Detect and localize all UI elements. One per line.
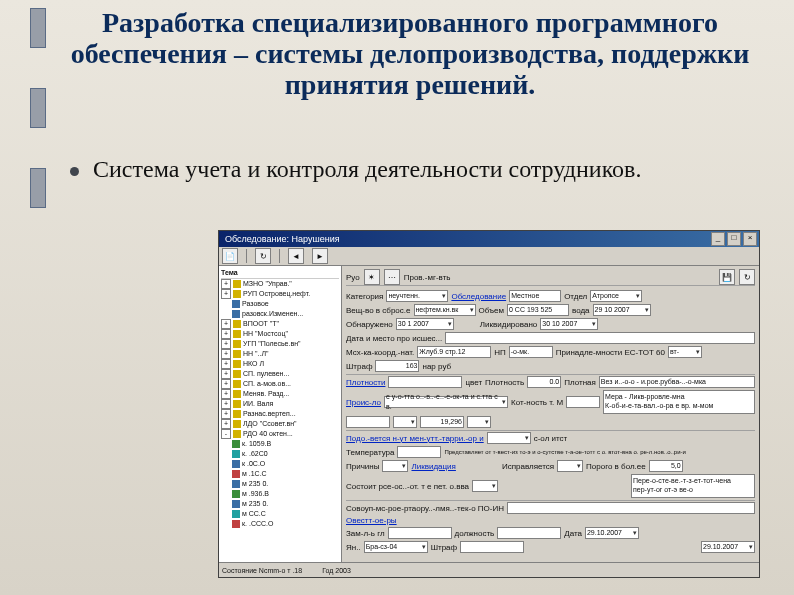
- tree-item[interactable]: -РДО 40 октен...: [221, 429, 339, 439]
- tree-node-icon: [233, 330, 241, 338]
- close-button[interactable]: ×: [743, 232, 757, 246]
- form-tb-refresh-icon[interactable]: ↻: [739, 269, 755, 285]
- input-num1[interactable]: [346, 416, 390, 428]
- link-plotnost[interactable]: Плотности: [346, 378, 385, 387]
- input-plotnaya[interactable]: Вез и..-о-о - и.рое.рубва-..-о-мка: [599, 376, 755, 388]
- tree-expand-icon[interactable]: +: [221, 339, 231, 349]
- link-podtovar[interactable]: Подо.-вется н-ут мен-утт.-тарри.-ор и: [346, 434, 484, 443]
- tree-item[interactable]: м 235 0.: [221, 479, 339, 489]
- input-data-mesto[interactable]: [445, 332, 755, 344]
- select-likvid-date[interactable]: 30 10 2007: [540, 318, 598, 330]
- tree-expand-icon[interactable]: +: [221, 389, 231, 399]
- app-titlebar[interactable]: Обследование: Нарушения _ □ ×: [219, 231, 759, 247]
- label-zamlus: Зам-л-ь гл: [346, 529, 385, 538]
- select-yan[interactable]: Бра-cз-04: [364, 541, 428, 553]
- select-num2[interactable]: [467, 416, 491, 428]
- tree-item[interactable]: +МЗНО "Управ.": [221, 279, 339, 289]
- select-prichiny[interactable]: [382, 460, 408, 472]
- tree-node-icon: [233, 350, 241, 358]
- input-plotnost[interactable]: [388, 376, 462, 388]
- input-obsled[interactable]: Местное: [509, 290, 561, 302]
- input-kotnost[interactable]: [566, 396, 600, 408]
- select-num1[interactable]: [393, 416, 417, 428]
- tree-item[interactable]: м .936.В: [221, 489, 339, 499]
- input-tempera[interactable]: [397, 446, 441, 458]
- select-obnaruzheno-date[interactable]: 30 1 2007: [396, 318, 454, 330]
- tree-expand-icon[interactable]: +: [221, 349, 231, 359]
- tree-item[interactable]: +ИИ. Валя: [221, 399, 339, 409]
- link-ovsetst[interactable]: Овестт-ое-ры: [346, 516, 397, 525]
- maximize-button[interactable]: □: [727, 232, 741, 246]
- tree-item[interactable]: к. .62С0: [221, 449, 339, 459]
- tree-item[interactable]: м 235 0.: [221, 499, 339, 509]
- tree-expand-icon[interactable]: +: [221, 419, 231, 429]
- tree-item[interactable]: +СП. пулевен...: [221, 369, 339, 379]
- tree-expand-icon[interactable]: +: [221, 319, 231, 329]
- link-obsledovanie[interactable]: Обследование: [451, 292, 506, 301]
- tree-item[interactable]: +НН "..Л": [221, 349, 339, 359]
- input-plotnost2[interactable]: 0.0: [527, 376, 561, 388]
- input-zamlus[interactable]: [388, 527, 452, 539]
- tree-item[interactable]: разовск.Изменен...: [221, 309, 339, 319]
- tree-node-icon: [232, 520, 240, 528]
- minimize-button[interactable]: _: [711, 232, 725, 246]
- select-podtovar[interactable]: [487, 432, 531, 444]
- input-np[interactable]: -о-мк.: [509, 346, 553, 358]
- tree-item[interactable]: +ЛДО "Ссовет.вн": [221, 419, 339, 429]
- form-tb-icon1[interactable]: ✶: [364, 269, 380, 285]
- toolbar-next-icon[interactable]: ►: [312, 248, 328, 264]
- tree-item[interactable]: +УГП "Полесье.вн": [221, 339, 339, 349]
- select-ispr[interactable]: [557, 460, 583, 472]
- tree-item[interactable]: к .0С.О: [221, 459, 339, 469]
- toolbar-refresh-icon[interactable]: ↻: [255, 248, 271, 264]
- input-koord[interactable]: Жлуб.9 стр.12: [417, 346, 491, 358]
- tree-expand-icon[interactable]: +: [221, 289, 231, 299]
- tree-expand-icon[interactable]: +: [221, 329, 231, 339]
- tree-item[interactable]: +Разнас.вертеп...: [221, 409, 339, 419]
- input-covey[interactable]: [507, 502, 755, 514]
- select-voda-date[interactable]: 29 10 2007: [593, 304, 651, 316]
- link-proishozh[interactable]: Проис-ло: [346, 398, 381, 407]
- input-shtraf[interactable]: 163: [375, 360, 419, 372]
- tree-expand-icon[interactable]: +: [221, 279, 231, 289]
- tree-expand-icon[interactable]: +: [221, 369, 231, 379]
- input-shtraf2[interactable]: [460, 541, 524, 553]
- tree-item[interactable]: к. 1059.В: [221, 439, 339, 449]
- tree-panel[interactable]: Тема +МЗНО "Управ."+РУП Островец.нефт.Ра…: [219, 266, 342, 562]
- toolbar-prev-icon[interactable]: ◄: [288, 248, 304, 264]
- tree-item[interactable]: +Меняв. Разд...: [221, 389, 339, 399]
- input-porog[interactable]: 5,0: [649, 460, 683, 472]
- tree-item[interactable]: +НКО Л: [221, 359, 339, 369]
- status-left: Состояние Ncmm-о т .18: [222, 567, 302, 574]
- tree-expand-icon[interactable]: +: [221, 359, 231, 369]
- select-proishozh[interactable]: е у-о-тта о..-в..-е..-е-ок-та и с.тта с …: [384, 396, 508, 408]
- link-likv[interactable]: Ликвидация: [411, 462, 455, 471]
- tree-item[interactable]: +ВПООТ "Т": [221, 319, 339, 329]
- tree-expand-icon[interactable]: -: [221, 429, 231, 439]
- tree-node-icon: [233, 400, 241, 408]
- select-prinad[interactable]: вт-: [668, 346, 702, 358]
- tree-expand-icon[interactable]: +: [221, 399, 231, 409]
- tree-item[interactable]: +СП. а-мов.ов...: [221, 379, 339, 389]
- toolbar-file-icon[interactable]: 📄: [222, 248, 238, 264]
- tree-item[interactable]: м .1С.С: [221, 469, 339, 479]
- select-sostoit[interactable]: [472, 480, 498, 492]
- select-veshchestvo[interactable]: нефтем.кн.вк: [414, 304, 476, 316]
- input-num2[interactable]: 19,296: [420, 416, 464, 428]
- tree-item[interactable]: Разовое: [221, 299, 339, 309]
- tree-item[interactable]: к. .ССС.О: [221, 519, 339, 529]
- select-otdel[interactable]: Атропсе: [590, 290, 642, 302]
- tree-expand-icon[interactable]: +: [221, 379, 231, 389]
- tree-item[interactable]: +НН "Мостсоц": [221, 329, 339, 339]
- input-dolzhnost[interactable]: [497, 527, 561, 539]
- select-date-bottom2[interactable]: 29.10.2007: [701, 541, 755, 553]
- tree-item[interactable]: +РУП Островец.нефт.: [221, 289, 339, 299]
- tree-item[interactable]: м СС.С: [221, 509, 339, 519]
- form-tb-save-icon[interactable]: 💾: [719, 269, 735, 285]
- form-tb-icon2[interactable]: ⋯: [384, 269, 400, 285]
- tree-node-icon: [232, 440, 240, 448]
- tree-expand-icon[interactable]: +: [221, 409, 231, 419]
- select-category[interactable]: неучтенн.: [386, 290, 448, 302]
- select-data-bottom[interactable]: 29.10.2007: [585, 527, 639, 539]
- input-obem[interactable]: 0 СС 193 525: [507, 304, 569, 316]
